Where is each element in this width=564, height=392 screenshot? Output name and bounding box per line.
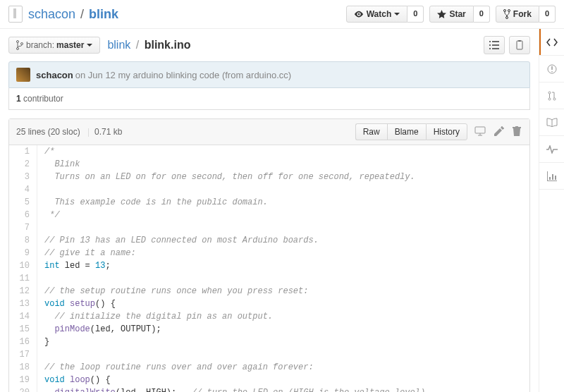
breadcrumb-file: blink.ino xyxy=(145,39,191,51)
code-line: 4 xyxy=(9,183,529,196)
repo-name-link[interactable]: blink xyxy=(89,7,118,21)
line-number[interactable]: 10 xyxy=(9,259,37,272)
commit-author[interactable]: schacon xyxy=(36,70,73,80)
blame-button[interactable]: Blame xyxy=(387,123,426,140)
code-line: 8// Pin 13 has an LED connected on most … xyxy=(9,234,529,247)
line-number[interactable]: 19 xyxy=(9,374,37,386)
svg-point-13 xyxy=(553,98,556,100)
list-view-button[interactable] xyxy=(484,36,505,54)
line-number[interactable]: 1 xyxy=(9,145,37,158)
code-line: 9// give it a name: xyxy=(9,247,529,259)
file-info: 25 lines (20 sloc) 0.71 kb xyxy=(16,127,122,137)
sidenav-pulse[interactable] xyxy=(539,136,564,163)
code-line: 20 digitalWrite(led, HIGH); // turn the … xyxy=(9,386,529,392)
breadcrumb-root[interactable]: blink xyxy=(107,39,130,51)
line-number[interactable]: 18 xyxy=(9,361,37,374)
commit-bar: schacon on Jun 12 my arduino blinking co… xyxy=(8,61,530,88)
code-line: 13void setup() { xyxy=(9,298,529,310)
svg-point-4 xyxy=(17,41,19,43)
code-line: 7 xyxy=(9,221,529,234)
fork-label: Fork xyxy=(513,9,532,19)
branch-value: master xyxy=(56,40,84,50)
line-number[interactable]: 15 xyxy=(9,323,37,336)
line-number[interactable]: 11 xyxy=(9,272,37,285)
line-content: // the loop routine runs over and over a… xyxy=(37,361,529,374)
line-content: int led = 13; xyxy=(37,259,529,272)
svg-point-12 xyxy=(548,98,551,100)
line-number[interactable]: 20 xyxy=(9,386,37,392)
trash-icon xyxy=(513,126,521,136)
line-number[interactable]: 13 xyxy=(9,298,37,310)
line-number[interactable]: 3 xyxy=(9,171,37,183)
svg-rect-8 xyxy=(518,40,521,42)
code-area: 1/*2 Blink3 Turns on an LED on for one s… xyxy=(9,145,529,392)
branch-select[interactable]: branch: master xyxy=(8,37,100,54)
file-size: 0.71 kb xyxy=(82,127,122,137)
branch-icon xyxy=(16,40,23,50)
svg-point-6 xyxy=(17,48,19,50)
eye-icon xyxy=(354,10,364,18)
pull-icon xyxy=(548,91,556,101)
line-content: // Pin 13 has an LED connected on most A… xyxy=(37,234,529,247)
delete-button[interactable] xyxy=(511,125,522,140)
pulse-icon xyxy=(546,145,558,154)
sidenav-code[interactable] xyxy=(539,29,564,56)
sidenav-issues[interactable] xyxy=(539,56,564,82)
star-button[interactable]: Star xyxy=(429,6,473,23)
code-line: 16} xyxy=(9,336,529,348)
line-number[interactable]: 7 xyxy=(9,221,37,234)
star-label: Star xyxy=(449,9,465,19)
line-number[interactable]: 17 xyxy=(9,348,37,361)
avatar[interactable] xyxy=(16,68,30,82)
code-line: 14 // initialize the digital pin as an o… xyxy=(9,310,529,323)
line-number[interactable]: 4 xyxy=(9,183,37,196)
graph-icon xyxy=(547,171,557,181)
repo-title: schacon / blink xyxy=(28,7,341,22)
svg-rect-7 xyxy=(517,41,522,49)
fork-button[interactable]: Fork xyxy=(496,6,539,23)
svg-point-1 xyxy=(503,10,505,12)
fork-count[interactable]: 0 xyxy=(539,6,556,23)
watch-button[interactable]: Watch xyxy=(346,6,408,23)
edit-button[interactable] xyxy=(493,125,505,140)
line-number[interactable]: 8 xyxy=(9,234,37,247)
desktop-icon xyxy=(474,126,486,136)
star-count[interactable]: 0 xyxy=(474,6,490,23)
pencil-icon xyxy=(494,126,504,136)
line-content: void setup() { xyxy=(37,298,529,310)
line-content: // the setup routine runs once when you … xyxy=(37,285,529,298)
raw-button[interactable]: Raw xyxy=(355,123,387,140)
history-button[interactable]: History xyxy=(426,123,467,140)
line-number[interactable]: 5 xyxy=(9,196,37,209)
code-icon xyxy=(546,38,558,47)
sidenav-graphs[interactable] xyxy=(539,163,564,190)
line-number[interactable]: 2 xyxy=(9,158,37,171)
sidenav-pulls[interactable] xyxy=(539,82,564,109)
repo-owner-link[interactable]: schacon xyxy=(28,7,75,21)
line-content: // give it a name: xyxy=(37,247,529,259)
watch-count[interactable]: 0 xyxy=(407,6,424,23)
contributor-label: contributor xyxy=(21,94,63,104)
line-content: } xyxy=(37,336,529,348)
line-content: */ xyxy=(37,209,529,221)
line-content xyxy=(37,272,529,285)
star-icon xyxy=(437,10,446,18)
line-content xyxy=(37,221,529,234)
watch-label: Watch xyxy=(367,9,392,19)
code-line: 6 */ xyxy=(9,209,529,221)
line-number[interactable]: 16 xyxy=(9,336,37,348)
line-number[interactable]: 9 xyxy=(9,247,37,259)
commit-message: on Jun 12 my arduino blinking code (from… xyxy=(75,70,291,80)
line-content: // initialize the digital pin as an outp… xyxy=(37,310,529,323)
copy-button[interactable] xyxy=(509,36,530,54)
caret-icon xyxy=(87,44,92,47)
code-line: 11 xyxy=(9,272,529,285)
sidenav-wiki[interactable] xyxy=(539,109,564,136)
issue-icon xyxy=(547,64,557,74)
line-number[interactable]: 6 xyxy=(9,209,37,221)
desktop-button[interactable] xyxy=(473,125,487,140)
repo-actions: Watch 0 Star 0 Fork 0 xyxy=(341,6,556,23)
line-content: void loop() { xyxy=(37,374,529,386)
line-number[interactable]: 12 xyxy=(9,285,37,298)
line-number[interactable]: 14 xyxy=(9,310,37,323)
